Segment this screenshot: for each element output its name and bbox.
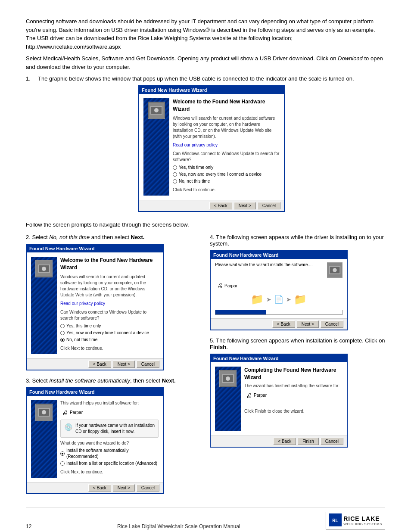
wizard-5-finish-btn[interactable]: Finish (298, 438, 319, 445)
wizard-1-back-btn[interactable]: < Back (209, 202, 232, 209)
wizard-2-option1[interactable]: Yes, this time only (60, 323, 159, 329)
step-3-italic: Install the software automatically (49, 377, 130, 384)
wizard-3-next-btn[interactable]: Next > (113, 484, 135, 492)
wizard-1-left-panel (143, 98, 169, 196)
two-col-section: 2. Select No, not this time and then sel… (26, 234, 385, 494)
left-column: 2. Select No, not this time and then sel… (26, 234, 201, 494)
step-2-header: 2. Select No, not this time and then sel… (26, 234, 201, 240)
wizard-3-click-next: Click Next to continue. (60, 469, 159, 475)
wizard-4-progress-area: 📁 ➤ 📄 ➤ 📁 (215, 293, 342, 305)
step-5-bold: Finish (210, 344, 226, 350)
step-4-header: 4. The following screen appears while th… (210, 234, 385, 247)
wizard-5-device: 🖨 Parpar (246, 392, 342, 400)
wizard-2-body1: Windows will search for current and upda… (60, 274, 159, 298)
wizard-4-back-btn[interactable]: < Back (272, 320, 295, 328)
wizard-4-next-btn[interactable]: Next > (297, 320, 319, 328)
rice-lake-logo: RL RICE LAKE WEIGHING SYSTEMS (326, 512, 385, 529)
intro-para2: Select Medical/Health Scales, Software a… (26, 54, 385, 71)
wizard-2-radio2[interactable] (60, 331, 65, 335)
wizard-4-wait-text: Please wait while the wizard installs th… (215, 262, 327, 267)
wizard-4-titlebar: Found New Hardware Wizard (211, 251, 347, 259)
wizard-2-heading: Welcome to the Found New Hardware Wizard (60, 257, 159, 271)
wizard-1-radio3[interactable] (173, 179, 177, 184)
wizard-1-radio2[interactable] (173, 172, 177, 177)
wizard-3-option1[interactable]: Install the software automatically (Reco… (60, 448, 159, 460)
svg-point-7 (42, 267, 46, 271)
wizard-2-cancel-btn[interactable]: Cancel (137, 361, 159, 368)
follow-text: Follow the screen prompts to navigate th… (26, 221, 385, 229)
wizard-dialog-5: Found New Hardware Wizard Completing the… (210, 354, 348, 448)
wizard-3-select-area: What do you want the wizard to do? Insta… (60, 440, 159, 467)
file-arrow2-icon: ➤ (286, 296, 291, 303)
wizard-5-footer: < Back Finish Cancel (211, 436, 347, 447)
wizard-2-content: Welcome to the Found New Hardware Wizard… (60, 257, 159, 354)
folder-dest-icon: 📁 (294, 293, 307, 305)
svg-point-11 (42, 410, 46, 414)
wizard-3-back-btn[interactable]: < Back (88, 484, 111, 492)
wizard-2-titlebar: Found New Hardware Wizard (27, 245, 163, 252)
logo-area: RL RICE LAKE WEIGHING SYSTEMS (326, 512, 385, 529)
page-footer: 12 Rice Lake Digital Wheelchair Scale Op… (26, 507, 385, 529)
wizard-1-radio1[interactable] (173, 165, 177, 170)
right-column: 4. The following screen appears while th… (210, 234, 385, 494)
cd-icon: 💿 (64, 423, 73, 432)
wizard-4-footer: < Back Next > Cancel (211, 318, 347, 330)
wizard-1-body: Welcome to the Found New Hardware Wizard… (139, 94, 284, 200)
wizard-4-icon (327, 262, 342, 278)
wizard-2-radio1[interactable] (60, 324, 65, 328)
page-number: 12 (26, 523, 31, 529)
wizard-3-footer: < Back Next > Cancel (27, 482, 163, 493)
wizard-2-footer: < Back Next > Cancel (27, 358, 163, 370)
wizard-3-device: 🖨 Parpar (62, 409, 159, 417)
wizard-4-device: 🖨 Parpar (217, 282, 342, 289)
wizard-3-titlebar: Found New Hardware Wizard (27, 388, 163, 396)
wizard-1-content: Welcome to the Found New Hardware Wizard… (173, 98, 280, 196)
wizard-1-next-btn[interactable]: Next > (234, 202, 256, 209)
step-3-bold: Next. (162, 377, 176, 384)
wizard-dialog-2: Found New Hardware Wizard Welcome to the… (26, 244, 164, 370)
wizard-2-next-btn[interactable]: Next > (113, 361, 135, 368)
wizard-2-body: Welcome to the Found New Hardware Wizard… (27, 252, 163, 358)
wizard-3-cancel-btn[interactable]: Cancel (137, 484, 159, 492)
wizard-1-option2[interactable]: Yes, now and every time I connect a devi… (173, 171, 280, 177)
wizard-1-click-next: Click Next to continue. (173, 187, 280, 193)
svg-point-3 (154, 108, 159, 112)
wizard-4-header-row: Please wait while the wizard installs th… (215, 262, 342, 278)
wizard-1-footer: < Back Next > Cancel (139, 200, 284, 211)
wizard-2-click-next: Click Next to continue. (60, 345, 159, 352)
wizard-2-question: Can Windows connect to Windows Update to… (60, 309, 159, 321)
wizard-3-body: This wizard helps you install software f… (27, 396, 163, 482)
steps-list: 1. The graphic below shows the window th… (26, 75, 385, 215)
wizard-3-radio1[interactable] (60, 451, 65, 456)
wizard-2-radio3[interactable] (60, 338, 65, 342)
wizard-1-privacy-link[interactable]: Read our privacy policy (173, 143, 218, 147)
step-5-number: 5. (210, 337, 215, 344)
wizard-dialog-3: Found New Hardware Wizard This wizard he… (26, 387, 164, 495)
wizard-1-option3[interactable]: No, not this time (173, 178, 280, 184)
wizard-5-titlebar: Found New Hardware Wizard (211, 355, 347, 362)
printer-icon-4: 🖨 (217, 282, 223, 289)
wizard-1-icon (148, 102, 165, 119)
wizard-5-back-btn[interactable]: < Back (273, 438, 296, 445)
wizard-1-option1[interactable]: Yes, this time only (173, 165, 280, 171)
wizard-3-icon (35, 404, 53, 421)
wizard-2-back-btn[interactable]: < Back (88, 361, 111, 368)
wizard-1-cancel-btn[interactable]: Cancel (258, 202, 280, 209)
svg-point-15 (333, 268, 336, 272)
wizard-5-heading: Completing the Found New Hardware Wizard (244, 367, 342, 381)
wizard-dialog-1: Found New Hardware Wizard (138, 85, 285, 212)
wizard-4-cancel-btn[interactable]: Cancel (321, 320, 343, 328)
wizard-3-cd-section: 💿 If your hardware came with an installa… (60, 420, 159, 438)
wizard-3-radio2[interactable] (60, 461, 65, 466)
wizard-2-option2[interactable]: Yes, now and every time I connect a devi… (60, 330, 159, 336)
wizard-2-option3[interactable]: No, not this time (60, 337, 159, 343)
wizard-5-cancel-btn[interactable]: Cancel (321, 438, 343, 445)
wizard-5-body1: The wizard has finished installing the s… (244, 383, 342, 389)
step-5-header: 5. The following screen appears when ins… (210, 337, 385, 350)
folder-source-icon: 📁 (251, 293, 264, 305)
wizard-5-body: Completing the Found New Hardware Wizard… (211, 362, 347, 436)
wizard-2-privacy-link[interactable]: Read our privacy policy (60, 301, 105, 306)
file-moving-icon: 📄 (274, 295, 283, 304)
intro-para1: Connecting software and downloads should… (26, 17, 385, 51)
wizard-3-option2[interactable]: Install from a list or specific location… (60, 460, 159, 467)
